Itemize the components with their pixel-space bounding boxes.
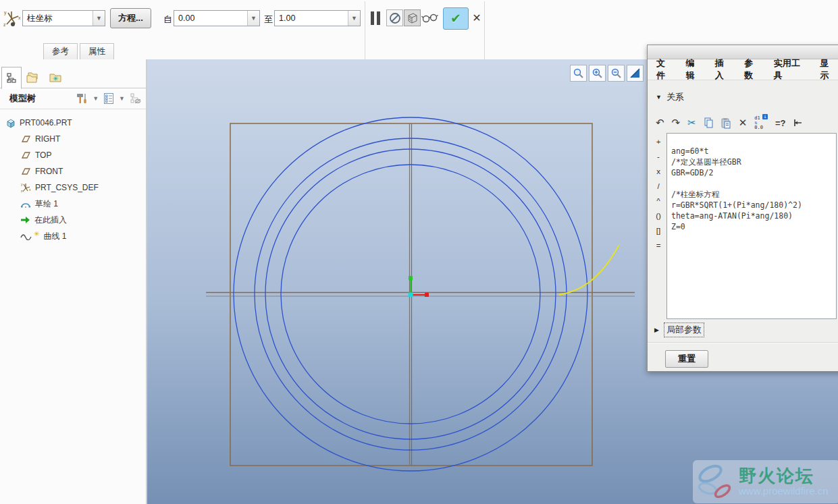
paste-button[interactable] [721,117,731,129]
menu-insert[interactable]: 插入 [709,57,738,82]
relations-section-header[interactable]: ▼ 关系 [656,91,838,103]
verify-glasses-icon[interactable] [421,9,438,26]
from-label: 自 [163,13,172,26]
evaluate-button[interactable]: =? [775,118,786,128]
watermark-title: 野火论坛 [739,467,829,485]
tree-item-label: TOP [35,150,51,160]
menu-file[interactable]: 文件 [650,57,679,82]
folder-star-icon: ✳ [49,72,62,84]
from-value: 0.00 [174,13,247,23]
tree-item-top-plane[interactable]: TOP [0,147,146,163]
menu-show[interactable]: 显示 [814,57,838,82]
svg-text:z: z [3,22,6,27]
watermark: 野火论坛 www.proewildfire.cn [693,460,838,503]
curve-icon [20,232,32,240]
pause-button[interactable] [371,11,382,25]
svg-text:x: x [18,16,21,20]
zoom-out-button[interactable] [608,65,625,82]
coordinate-type-dropdown[interactable]: 柱坐标 ▼ [22,10,105,26]
cancel-button[interactable]: ✕ [469,10,484,25]
preview-geometry-button[interactable] [404,9,421,26]
svg-text:y: y [21,182,23,186]
operator-button-column: + - x / ^ () [] = [652,137,664,250]
model-tree-icon [6,73,17,84]
curve-dashboard-toolbar: y x z 柱坐标 ▼ 方程... 自 0.00 ▼ 至 1.00 ▼ [0,0,838,38]
view-controls [570,65,644,82]
expand-triangle-icon: ▶ [654,327,659,333]
tree-item-part[interactable]: PRT0046.PRT [0,115,146,131]
tree-item-curve[interactable]: ✳ 曲线 1 [0,228,146,244]
dropdown-arrow-icon[interactable]: ▼ [348,11,360,26]
involute-curve[interactable] [559,245,619,295]
dropdown-arrow-icon[interactable]: ▼ [93,11,105,26]
coordinate-type-value: 柱坐标 [23,13,93,24]
datum-plane-icon [20,167,31,175]
op-multiply-button[interactable]: x [656,167,660,176]
op-equals-button[interactable]: = [656,241,661,250]
tab-references[interactable]: 参考 [43,43,78,59]
to-value: 1.00 [275,13,348,23]
close-icon: ✕ [472,11,481,24]
redo-button[interactable]: ↷ [672,117,681,129]
accept-button[interactable]: ✔ [443,7,469,30]
cut-button[interactable]: ✂ [687,117,696,129]
from-value-input[interactable]: 0.00 ▼ [174,10,260,26]
op-divide-button[interactable]: / [657,181,659,191]
no-preview-button[interactable] [386,9,403,26]
svg-text:z: z [21,189,23,193]
toolbar-divider [484,1,485,59]
refit-button[interactable] [627,65,644,82]
tree-item-label: PRT0046.PRT [20,118,72,128]
check-icon: ✔ [450,11,461,26]
toolbar-divider [365,1,365,59]
local-parameters-section[interactable]: ▶ 局部参数 [654,323,704,337]
tree-item-insert-here[interactable]: 在此插入 [0,212,146,228]
chevron-down-icon[interactable]: ▼ [93,95,99,102]
tree-filters-icon[interactable] [103,92,114,105]
tree-item-right-plane[interactable]: RIGHT [0,131,146,147]
op-brackets-button[interactable]: [] [656,226,660,235]
op-plus-button[interactable]: + [656,137,661,146]
insert-constraint-button[interactable] [793,118,803,128]
dimension-switch-button[interactable]: d1 ⇅ 0.0 i [754,116,768,130]
equals-query-icon: =? [775,118,786,128]
delete-button[interactable]: ✕ [739,117,748,129]
equation-button[interactable]: 方程... [110,8,151,28]
model-tree-tab[interactable] [1,67,22,89]
zoom-box-icon [573,67,584,79]
op-power-button[interactable]: ^ [656,196,660,206]
tree-item-sketch[interactable]: 草绘 1 [0,196,146,212]
reset-button[interactable]: 重置 [665,350,708,368]
favorites-tab[interactable]: ✳ [46,67,65,88]
refit-icon [629,67,641,79]
copy-button[interactable] [704,117,714,128]
navigator-sidebar: ✳ 模型树 ▼ ▼ [0,59,147,504]
collapse-triangle-icon: ▼ [656,94,662,101]
zoom-out-icon [610,67,622,79]
to-value-input[interactable]: 1.00 ▼ [274,10,361,26]
op-minus-button[interactable]: - [657,152,660,161]
zoom-box-button[interactable] [570,65,587,82]
dropdown-arrow-icon[interactable]: ▼ [247,11,259,26]
datum-plane-icon [20,135,31,143]
tree-item-csys[interactable]: yxz PRT_CSYS_DEF [0,179,146,196]
zoom-in-icon [592,67,603,79]
paste-icon [721,117,731,129]
show-hide-icon-disabled [130,92,142,105]
zoom-in-button[interactable] [589,65,606,82]
local-parameters-label: 局部参数 [664,323,704,337]
tab-properties[interactable]: 属性 [80,43,114,59]
undo-button[interactable]: ↶ [656,117,664,129]
op-parens-button[interactable]: () [656,211,661,221]
relations-menubar: 文件 编辑 插入 参数 实用工具 显示 [648,59,838,80]
regenerate-pending-icon: ✳ [34,230,39,237]
menu-utilities[interactable]: 实用工具 [768,57,814,82]
tree-tools-icon[interactable] [76,92,88,105]
folder-browser-tab[interactable] [23,67,42,88]
menu-edit[interactable]: 编辑 [679,57,708,82]
relations-editor[interactable]: ang=60*t /*定义基圆半径GBR GBR=GDB/2 /*柱坐标方程 r… [666,133,837,319]
chevron-down-icon[interactable]: ▼ [119,95,125,102]
menu-parameters[interactable]: 参数 [738,57,767,82]
bar-arrow-icon [793,118,803,128]
tree-item-front-plane[interactable]: FRONT [0,163,146,179]
